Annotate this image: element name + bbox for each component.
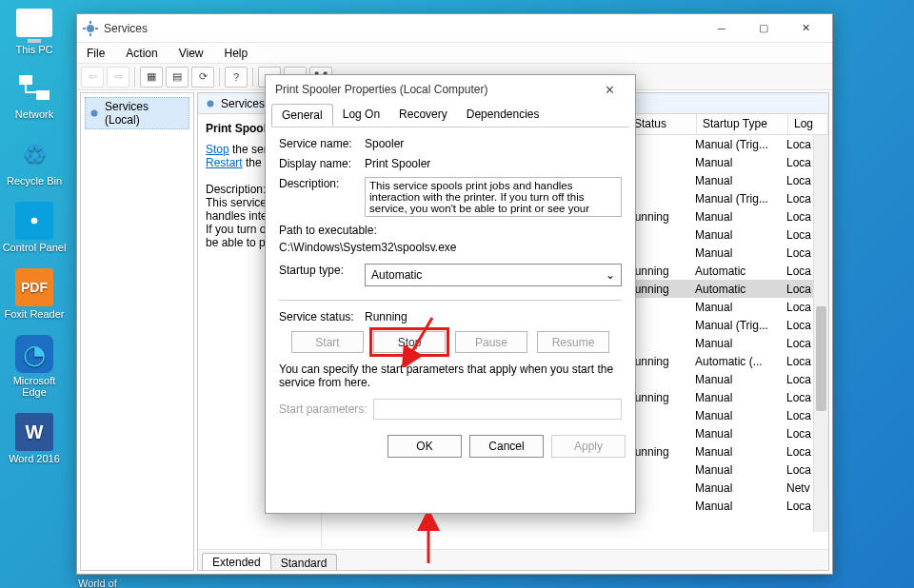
svg-point-3 — [87, 25, 94, 32]
table-row[interactable]: ManualLoca — [621, 424, 828, 442]
stop-service-link[interactable]: Stop — [206, 143, 229, 156]
svg-rect-0 — [19, 75, 32, 85]
table-row[interactable]: ManualNetv — [621, 479, 828, 497]
tab-recovery[interactable]: Recovery — [389, 104, 457, 127]
gear-icon — [88, 107, 101, 120]
table-row[interactable]: Manual (Trig...Loca — [621, 135, 828, 153]
table-row[interactable]: ManualLoca — [621, 497, 828, 515]
description-box[interactable]: This service spools print jobs and handl… — [365, 177, 622, 217]
table-row[interactable]: Manual (Trig...Loca — [621, 189, 828, 207]
toolbar-icon[interactable]: ⟳ — [191, 67, 214, 88]
window-title: Services — [104, 22, 701, 35]
table-row[interactable]: ManualLoca — [621, 334, 828, 352]
table-row[interactable]: ManualLoca — [621, 406, 828, 424]
table-row[interactable]: RunningAutomaticLoca — [621, 280, 828, 298]
table-row[interactable]: RunningManualLoca — [621, 207, 828, 225]
table-row[interactable]: ManualLoca — [621, 171, 828, 189]
tab-extended[interactable]: Extended — [202, 553, 271, 571]
desktop-icon-label: Recycle Bin — [0, 175, 69, 186]
cell-startup-type: Manual — [689, 228, 781, 242]
toolbar-icon[interactable]: ▦ — [140, 67, 163, 88]
tab-log-on[interactable]: Log On — [333, 104, 389, 127]
menu-help[interactable]: Help — [221, 45, 252, 62]
stop-button[interactable]: Stop — [373, 331, 446, 353]
display-name-value: Print Spooler — [365, 157, 622, 170]
table-row[interactable]: RunningManualLoca — [621, 388, 828, 406]
tab-standard[interactable]: Standard — [270, 554, 338, 571]
close-button[interactable]: ✕ — [785, 15, 826, 42]
tree-node-services-local[interactable]: Services (Local) — [85, 97, 189, 129]
cell-startup-type: Manual — [689, 463, 781, 477]
tab-dependencies[interactable]: Dependencies — [457, 104, 549, 127]
menu-view[interactable]: View — [175, 45, 208, 62]
cell-startup-type: Manual — [689, 391, 781, 404]
pause-button: Pause — [455, 331, 527, 353]
back-button: ⇦ — [81, 67, 104, 88]
table-row[interactable]: RunningAutomaticLoca — [621, 262, 828, 280]
tree-node-label: Services (Local) — [105, 100, 187, 127]
svg-point-8 — [91, 110, 98, 117]
dialog-titlebar[interactable]: Print Spooler Properties (Local Computer… — [266, 75, 635, 104]
desktop-icon-label: This PC — [0, 44, 69, 55]
restart-service-link[interactable]: Restart — [206, 156, 243, 169]
table-row[interactable]: ManualLoca — [621, 244, 828, 262]
toolbar-icon[interactable]: ▤ — [166, 67, 189, 88]
svg-point-9 — [208, 100, 214, 107]
cell-startup-type: Manual (Trig... — [689, 319, 781, 332]
desktop-icon-partial: World of — [78, 578, 117, 588]
start-params-note: You can specify the start parameters tha… — [279, 363, 622, 389]
desktop-icon-network[interactable]: Network — [0, 65, 69, 120]
table-row[interactable]: ManualLoca — [621, 298, 828, 316]
desktop-icon-word[interactable]: W Word 2016 — [0, 409, 69, 464]
desktop-icon-recycle-bin[interactable]: ♻ Recycle Bin — [0, 131, 69, 186]
cell-startup-type: Manual — [689, 246, 781, 260]
desktop-icon-label: Microsoft Edge — [0, 375, 69, 398]
cell-startup-type: Manual — [689, 427, 781, 441]
cell-startup-type: Manual — [689, 409, 781, 422]
col-startup-type[interactable]: Startup Type — [697, 114, 788, 134]
menu-action[interactable]: Action — [122, 45, 161, 62]
cell-startup-type: Manual — [689, 156, 781, 169]
tab-general[interactable]: General — [271, 104, 333, 127]
apply-button: Apply — [551, 435, 626, 458]
desktop-icon-label: Network — [0, 108, 69, 120]
svg-point-2 — [31, 218, 38, 225]
dialog-title: Print Spooler Properties (Local Computer… — [275, 83, 487, 96]
desktop-icon-label: Control Panel — [0, 242, 69, 253]
table-row[interactable]: RunningAutomatic (...Loca — [621, 352, 828, 370]
desktop-icon-this-pc[interactable]: This PC — [0, 0, 69, 55]
chevron-down-icon: ⌄ — [606, 268, 615, 282]
resume-button: Resume — [537, 331, 609, 353]
path-value: C:\Windows\System32\spoolsv.exe — [279, 241, 622, 254]
desktop-icon-edge[interactable]: ◔ Microsoft Edge — [0, 331, 69, 398]
desktop-icon-foxit[interactable]: PDF Foxit Reader — [0, 265, 69, 320]
desktop-icon-control-panel[interactable]: Control Panel — [0, 198, 69, 253]
col-status[interactable]: Status — [628, 114, 697, 134]
cell-startup-type: Automatic (... — [689, 355, 781, 368]
titlebar[interactable]: Services ─ ▢ ✕ — [77, 14, 832, 43]
cell-startup-type: Manual — [689, 174, 781, 187]
table-row[interactable]: Manual (Trig...Loca — [621, 316, 828, 334]
maximize-button[interactable]: ▢ — [743, 15, 785, 42]
bottom-tabs: Extended Standard — [198, 549, 828, 570]
start-params-label: Start parameters: — [279, 402, 368, 416]
table-row[interactable]: ManualLoca — [621, 370, 828, 388]
cell-startup-type: Manual — [689, 445, 781, 459]
table-row[interactable]: ManualLoca — [621, 225, 828, 244]
col-log[interactable]: Log — [788, 114, 828, 134]
table-row[interactable]: RunningManualLoca — [621, 442, 828, 461]
table-row[interactable]: ManualLoca — [621, 461, 828, 479]
gear-icon — [204, 97, 217, 110]
help-icon[interactable]: ? — [225, 67, 248, 88]
menu-file[interactable]: File — [83, 45, 109, 62]
startup-type-select[interactable]: Automatic ⌄ — [365, 264, 622, 286]
vertical-scrollbar[interactable] — [813, 135, 828, 532]
properties-dialog: Print Spooler Properties (Local Computer… — [265, 74, 636, 514]
scrollbar-thumb[interactable] — [816, 306, 826, 411]
ok-button[interactable]: OK — [387, 435, 462, 458]
table-row[interactable]: ManualLoca — [621, 153, 828, 171]
startup-type-label: Startup type: — [279, 264, 365, 277]
minimize-button[interactable]: ─ — [701, 15, 743, 42]
cancel-button[interactable]: Cancel — [469, 435, 544, 458]
dialog-close-button[interactable]: ✕ — [593, 77, 626, 102]
